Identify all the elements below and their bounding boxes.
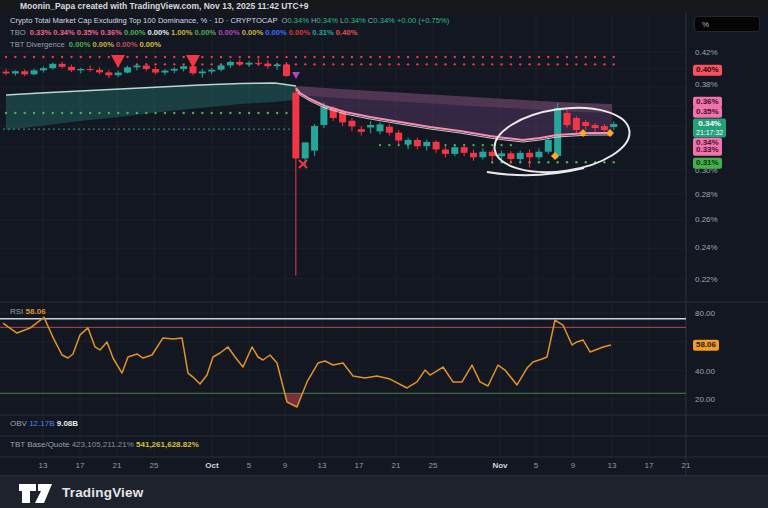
ohlc-value: 0.34% <box>288 16 310 25</box>
time-tick: 25 <box>150 461 159 470</box>
candle <box>395 133 402 141</box>
rsi-label[interactable]: RSI <box>10 307 23 316</box>
price-badge: 0.35% <box>693 107 722 118</box>
candle <box>31 70 38 74</box>
time-tick: 9 <box>571 461 575 470</box>
tbt-bq-value-2: 541,261,628.82% <box>136 440 199 449</box>
time-tick: 17 <box>76 461 85 470</box>
tradingview-logo[interactable] <box>16 480 56 504</box>
candle <box>274 65 281 67</box>
axis-label: 20.00 <box>695 395 715 404</box>
tbt-bq-label[interactable]: TBT Base/Quote <box>10 440 69 449</box>
axis-label: 0.24% <box>695 243 718 252</box>
indicator-value: 0.34% <box>53 28 75 37</box>
indicator-value: 0.00% <box>124 28 146 37</box>
ohlc-label: O <box>282 16 288 25</box>
candle <box>573 118 580 130</box>
candle <box>592 125 599 128</box>
candle <box>517 153 524 159</box>
legend: Crypto Total Market Cap Excluding Top 10… <box>10 15 453 51</box>
time-tick: 21 <box>392 461 401 470</box>
candle <box>367 125 374 127</box>
price-badge: 0.40% <box>693 65 722 76</box>
candle <box>507 153 514 159</box>
obv-pane-label: OBV 12.17B 9.08B <box>10 419 78 428</box>
time-tick: 9 <box>283 461 287 470</box>
candle <box>68 67 75 71</box>
candle <box>59 64 66 67</box>
rsi-pane <box>0 317 686 407</box>
price-badge: 0.33% <box>693 145 722 156</box>
candle <box>386 127 393 133</box>
candle <box>610 124 617 127</box>
candle <box>96 70 103 72</box>
indicator-value: 0.31% <box>312 28 334 37</box>
axis-label: 0.26% <box>695 215 718 224</box>
price-badge: 0.36% <box>693 97 722 108</box>
candle <box>227 62 234 65</box>
candle <box>377 124 384 131</box>
sell-triangle-marker <box>292 72 300 79</box>
time-tick: 13 <box>608 461 617 470</box>
indicator-value: 0.00% <box>116 40 138 49</box>
candle <box>414 140 421 146</box>
candle <box>21 71 28 74</box>
axis-label: 80.00 <box>695 309 715 318</box>
obv-label[interactable]: OBV <box>10 419 27 428</box>
indicator-value: 0.00% <box>140 40 162 49</box>
brand-name[interactable]: TradingView <box>62 485 143 500</box>
tbt-divergence-values: 0.00%0.00%0.00%0.00% <box>69 40 163 49</box>
price-badge: 58.06 <box>693 340 719 351</box>
indicator-value: 0.00% <box>265 28 287 37</box>
candle <box>283 65 290 76</box>
candle <box>461 147 468 153</box>
legend-tbo-row: TBO 0.33%0.34%0.35%0.36%0.00%0.00%1.00%0… <box>10 27 453 39</box>
candle <box>479 152 486 158</box>
time-tick: 21 <box>113 461 122 470</box>
candle <box>433 142 440 150</box>
footer: TradingView <box>0 475 768 508</box>
x-marker <box>299 160 307 168</box>
candle <box>218 65 225 69</box>
chart-canvas[interactable] <box>0 13 768 475</box>
candle <box>12 71 19 73</box>
candle <box>105 72 112 75</box>
time-tick: 13 <box>39 461 48 470</box>
axis-label: 0.22% <box>695 275 718 284</box>
ohlc-value: 0.34% <box>373 16 395 25</box>
tbt-bq-pane-label: TBT Base/Quote 423,105,211.21% 541,261,6… <box>10 440 199 449</box>
price-scale-unit-button[interactable]: % <box>694 16 760 32</box>
tbo-clouds <box>6 83 612 140</box>
indicator-value: 0.00% <box>289 28 311 37</box>
candle <box>208 70 215 72</box>
candle <box>143 66 150 69</box>
indicator-value: 0.00% <box>242 28 264 37</box>
ohlc-values: O0.34%H0.34%L0.34%C0.34%+0.00 (+0.75%) <box>282 16 452 25</box>
candle <box>199 72 206 74</box>
indicator-value: 1.00% <box>171 28 193 37</box>
candle <box>133 66 140 68</box>
candle <box>470 153 477 157</box>
time-tick: Oct <box>205 461 218 470</box>
pane-dividers <box>0 13 768 475</box>
indicator-value: 0.00% <box>147 28 169 37</box>
sell-triangle-marker <box>111 55 125 68</box>
candle <box>311 126 318 151</box>
countdown-timer: 21:17:32 <box>696 128 723 137</box>
candle <box>554 108 561 156</box>
candle <box>302 142 309 158</box>
obv-value-1: 12.17B <box>29 419 54 428</box>
tbo-indicator-label[interactable]: TBO <box>10 28 26 37</box>
indicator-value: 0.40% <box>336 28 358 37</box>
candle <box>3 72 10 74</box>
price-change: +0.00 (+0.75%) <box>397 16 449 25</box>
indicator-value: 0.00% <box>69 40 91 49</box>
tbt-divergence-label[interactable]: TBT Divergence <box>10 40 65 49</box>
candle <box>236 62 243 65</box>
obv-value-2: 9.08B <box>57 419 78 428</box>
axis-label: 0.42% <box>695 48 718 57</box>
time-tick: 17 <box>355 461 364 470</box>
candle <box>358 129 365 132</box>
indicator-value: 0.00% <box>195 28 217 37</box>
candle <box>161 71 168 73</box>
